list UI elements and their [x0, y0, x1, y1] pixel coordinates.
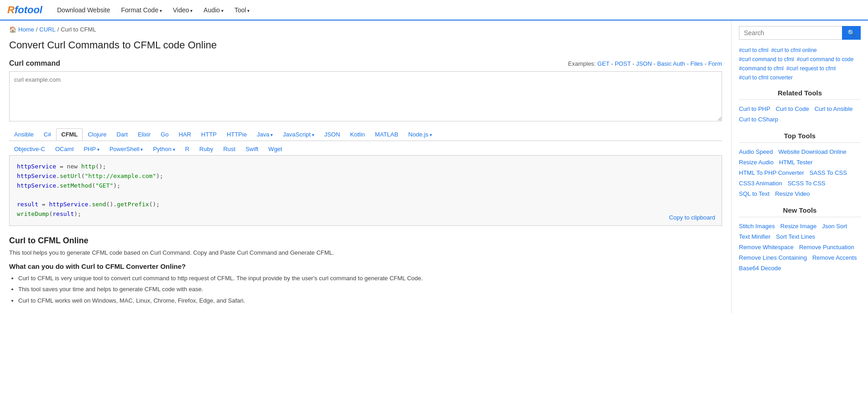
desc-list: Curl to CFML is very unique tool to conv…: [18, 274, 722, 306]
tab-objective-c[interactable]: Objective-C: [9, 143, 50, 155]
code-line-6: writeDump(result);: [17, 209, 714, 219]
tab-clojure[interactable]: Clojure: [83, 128, 111, 141]
code-line-2: httpService.setUrl("http://example.com")…: [17, 172, 714, 181]
code-line-1: httpService = new http();: [17, 162, 714, 172]
related-tool-0[interactable]: Curl to PHP: [739, 105, 770, 112]
tab-python[interactable]: Python: [148, 143, 180, 155]
tab-cfml[interactable]: CFML: [56, 128, 83, 141]
logo[interactable]: Rfotool: [7, 4, 42, 16]
top-tools-title: Top Tools: [739, 132, 861, 143]
top-tool-3[interactable]: HTML Tester: [779, 159, 813, 166]
tab-go[interactable]: Go: [156, 128, 173, 141]
new-tool-1[interactable]: Resize Image: [780, 223, 816, 230]
new-tool-5[interactable]: Remove Whitespace: [739, 244, 794, 251]
input-label: Curl command: [9, 59, 60, 68]
tab-har[interactable]: HAR: [174, 128, 196, 141]
breadcrumb: 🏠 Home / CURL / Curl to CFML: [9, 26, 722, 33]
code-output: httpService = new http(); httpService.se…: [9, 155, 722, 226]
top-tools-section: Top Tools Audio Speed Website Download O…: [739, 132, 861, 197]
tag-6[interactable]: #curl request to cfml: [786, 65, 836, 72]
desc-bullet-1: Curl to CFML is very unique tool to conv…: [18, 274, 722, 283]
breadcrumb-curl[interactable]: CURL: [39, 26, 55, 33]
new-tool-4[interactable]: Sort Text Lines: [776, 233, 815, 240]
new-tool-9[interactable]: Base64 Decode: [739, 265, 781, 272]
nav-tool[interactable]: Tool: [231, 5, 253, 16]
top-tool-9[interactable]: Resize Video: [775, 190, 810, 197]
new-tools-list: Stitch Images Resize Image Json Sort Tex…: [739, 223, 861, 272]
copy-to-clipboard-button[interactable]: Copy to clipboard: [669, 214, 715, 221]
tab-elixir[interactable]: Elixir: [133, 128, 156, 141]
description-section: Curl to CFML Online This tool helps you …: [9, 236, 722, 306]
related-tool-1[interactable]: Curl to Code: [776, 105, 809, 112]
home-icon: 🏠: [9, 26, 16, 33]
new-tool-3[interactable]: Text Minifier: [739, 233, 770, 240]
tab-csharp[interactable]: C#: [39, 128, 57, 141]
tab-http[interactable]: HTTP: [196, 128, 222, 141]
new-tool-2[interactable]: Json Sort: [822, 223, 847, 230]
example-files[interactable]: Files: [691, 60, 703, 67]
top-tool-6[interactable]: CSS3 Animation: [739, 180, 782, 187]
example-get[interactable]: GET: [598, 60, 610, 67]
top-tool-4[interactable]: HTML To PHP Converter: [739, 169, 804, 176]
tag-3[interactable]: #curl command to cfml: [739, 56, 794, 63]
tab-ruby[interactable]: Ruby: [194, 143, 218, 155]
top-tool-8[interactable]: SQL to Text: [739, 190, 769, 197]
new-tool-7[interactable]: Remove Lines Containing: [739, 254, 807, 261]
desc-bullet-2: This tool saves your time and helps to g…: [18, 285, 722, 294]
example-basic-auth[interactable]: Basic Auth: [657, 60, 685, 67]
nav-format-code[interactable]: Format Code: [117, 5, 165, 16]
tag-4[interactable]: #curl command to code: [797, 56, 854, 63]
top-tool-5[interactable]: SASS To CSS: [810, 169, 847, 176]
tag-7[interactable]: #curl to cfml converter: [739, 74, 793, 81]
nav-links: Download Website Format Code Video Audio…: [53, 5, 253, 16]
curl-textarea[interactable]: [9, 71, 722, 121]
search-button[interactable]: 🔍: [842, 26, 861, 40]
tab-php[interactable]: PHP: [78, 143, 104, 155]
tab-rust[interactable]: Rust: [218, 143, 240, 155]
search-icon: 🔍: [847, 29, 855, 37]
tab-r[interactable]: R: [180, 143, 194, 155]
main-content: 🏠 Home / CURL / Curl to CFML Convert Cur…: [0, 21, 731, 313]
nav-audio[interactable]: Audio: [200, 5, 227, 16]
tab-javascript[interactable]: JavaScript: [278, 128, 319, 141]
search-input[interactable]: [739, 26, 842, 40]
tab-powershell[interactable]: PowerShell: [104, 143, 148, 155]
page-layout: 🏠 Home / CURL / Curl to CFML Convert Cur…: [0, 21, 868, 313]
tab-httppie[interactable]: HTTPie: [222, 128, 252, 141]
code-line-4: [17, 190, 714, 200]
tab-wget[interactable]: Wget: [263, 143, 287, 155]
lang-tabs-row1: Ansible C# CFML Clojure Dart Elixir Go H…: [9, 128, 722, 141]
top-tool-7[interactable]: SCSS To CSS: [788, 180, 826, 187]
top-tool-0[interactable]: Audio Speed: [739, 148, 773, 155]
input-header: Curl command Examples: GET - POST - JSON…: [9, 59, 722, 68]
example-json[interactable]: JSON: [636, 60, 652, 67]
new-tool-6[interactable]: Remove Punctuation: [799, 244, 854, 251]
tab-swift[interactable]: Swift: [240, 143, 263, 155]
tag-5[interactable]: #command to cfml: [739, 65, 784, 72]
tab-java[interactable]: Java: [252, 128, 278, 141]
related-tool-2[interactable]: Curl to Ansible: [815, 105, 853, 112]
example-post[interactable]: POST: [615, 60, 631, 67]
tag-2[interactable]: #curl to cfml online: [771, 47, 817, 53]
tab-ocaml[interactable]: OCaml: [50, 143, 78, 155]
top-tool-1[interactable]: Website Download Online: [778, 148, 846, 155]
code-line-5: result = httpService.send().getPrefix();: [17, 200, 714, 209]
nav-download-website[interactable]: Download Website: [53, 5, 114, 16]
tab-kotlin[interactable]: Kotlin: [345, 128, 370, 141]
tab-dart[interactable]: Dart: [112, 128, 133, 141]
tab-nodejs[interactable]: Node.js: [403, 128, 437, 141]
tag-1[interactable]: #curl to cfml: [739, 47, 769, 53]
nav-video[interactable]: Video: [169, 5, 196, 16]
logo-prefix: R: [7, 4, 15, 16]
new-tool-0[interactable]: Stitch Images: [739, 223, 775, 230]
examples-label: Examples:: [568, 60, 596, 67]
tab-matlab[interactable]: MATLAB: [370, 128, 403, 141]
tab-json[interactable]: JSON: [319, 128, 345, 141]
breadcrumb-home[interactable]: Home: [18, 26, 34, 33]
related-tool-3[interactable]: Curl to CSharp: [739, 116, 778, 123]
tab-ansible[interactable]: Ansible: [9, 128, 39, 141]
top-tool-2[interactable]: Resize Audio: [739, 159, 774, 166]
lang-tabs-row2: Objective-C OCaml PHP PowerShell Python …: [9, 141, 722, 155]
new-tool-8[interactable]: Remove Accents: [812, 254, 857, 261]
example-form[interactable]: Form: [708, 60, 722, 67]
